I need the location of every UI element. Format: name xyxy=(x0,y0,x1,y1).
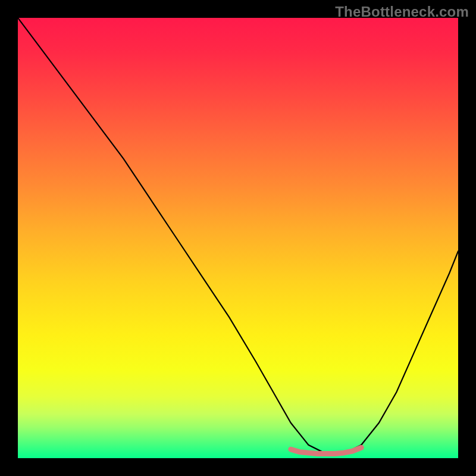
optimal-range-marker xyxy=(291,447,361,453)
chart-container: TheBottleneck.com xyxy=(0,0,476,476)
plot-area xyxy=(18,18,458,458)
chart-svg xyxy=(18,18,458,458)
bottleneck-curve xyxy=(18,18,458,454)
